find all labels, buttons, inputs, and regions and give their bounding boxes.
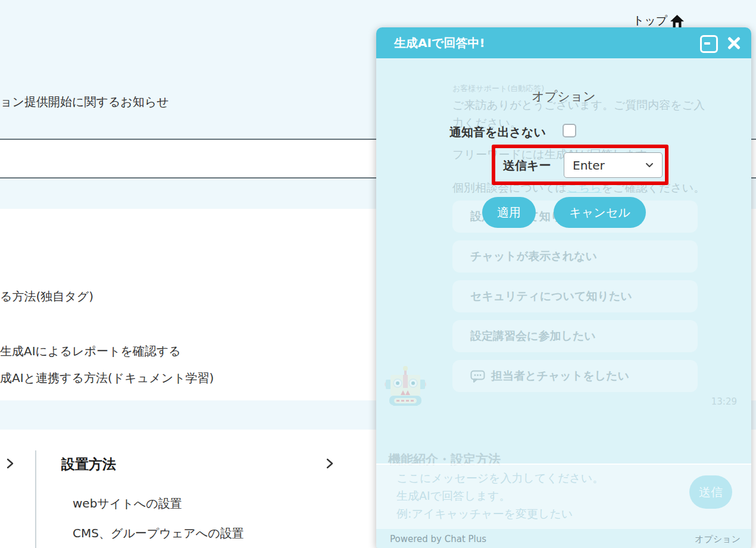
minimize-icon[interactable]: [700, 35, 718, 53]
input-placeholder-line: 生成AIで回答します。: [396, 487, 604, 505]
send-key-select[interactable]: Enter: [564, 152, 663, 178]
cancel-button[interactable]: キャンセル: [554, 197, 646, 228]
chat-header-title: 生成AIで回答中!: [394, 27, 485, 58]
quick-reply-label: 設定講習会に参加したい: [470, 328, 596, 344]
consult-link[interactable]: こちら: [567, 181, 601, 194]
screen: ョン提供開始に関するお知らせ る方法(独自タグ) 生成AIによるレポートを確認す…: [0, 0, 756, 548]
send-button[interactable]: 送信: [689, 475, 732, 509]
chat-body: お客様サポート(自動応答) ご来訪ありがとうございます。ご質問内容をご入力くださ…: [376, 58, 751, 548]
top-nav-link[interactable]: トップ: [633, 13, 685, 29]
consult-text: をご確認ください。: [602, 181, 705, 194]
top-nav-label: トップ: [633, 13, 667, 29]
input-placeholder-line: ここにメッセージを入力してください。: [396, 469, 604, 487]
powered-by-label[interactable]: Powered by Chat Plus: [390, 534, 486, 544]
mute-sound-checkbox[interactable]: [563, 124, 576, 137]
chat-widget-window: 生成AIで回答中! お客様サポート(自動応答) ご来訪ありがとうございます。ご質…: [376, 27, 751, 548]
quick-reply-agent-chat[interactable]: 担当者とチャットをしたい: [452, 360, 698, 392]
message-timestamp: 13:29: [711, 396, 737, 407]
section-item-cms[interactable]: CMS、グループウェアへの設置: [73, 525, 244, 541]
message-sender-label: お客様サポート(自動応答): [452, 83, 544, 94]
apply-button[interactable]: 適用: [482, 197, 536, 228]
chat-header: 生成AIで回答中!: [376, 27, 751, 58]
home-icon: [670, 14, 685, 28]
page-link-original-tag[interactable]: る方法(独自タグ): [0, 289, 93, 305]
chevron-right-icon[interactable]: [6, 458, 14, 471]
consult-text: 個別相談会については: [452, 181, 567, 194]
section-title[interactable]: 設置方法: [61, 455, 116, 474]
quick-reply-label: 担当者とチャットをしたい: [491, 368, 629, 384]
quick-reply-seminar[interactable]: 設定講習会に参加したい: [452, 320, 698, 352]
quick-reply-chat-not-shown[interactable]: チャットが表示されない: [452, 240, 698, 273]
footer-options-link[interactable]: オプション: [695, 534, 741, 545]
send-key-value: Enter: [573, 158, 605, 173]
chevron-down-icon: [645, 162, 654, 168]
message-input-area: ここにメッセージを入力してください。 生成AIで回答します。 例:アイキャッチャ…: [376, 464, 751, 529]
chat-bubble-icon: [470, 370, 485, 383]
close-icon[interactable]: [726, 35, 742, 51]
chevron-right-icon[interactable]: [326, 458, 334, 471]
quick-reply-security[interactable]: セキュリティについて知りたい: [452, 280, 698, 312]
quick-reply-label: チャットが表示されない: [470, 249, 597, 264]
page-link-ai-report[interactable]: 生成AIによるレポートを確認する: [0, 343, 181, 359]
greeting-message: ご来訪ありがとうございます。ご質問内容をご入力ください。: [452, 96, 706, 131]
quick-reply-label: セキュリティについて知りたい: [470, 289, 632, 304]
input-placeholder-line: 例:アイキャッチャーを変更したい: [396, 505, 604, 522]
consult-message: 個別相談会についてはこちらをご確認ください。: [452, 179, 714, 196]
message-input[interactable]: ここにメッセージを入力してください。 生成AIで回答します。 例:アイキャッチャ…: [396, 469, 604, 522]
announcement-title[interactable]: ョン提供開始に関するお知らせ: [0, 94, 169, 110]
section-item-web[interactable]: webサイトへの設置: [73, 496, 182, 512]
section-divider-vertical: [35, 450, 36, 548]
page-link-ai-document[interactable]: 成AIと連携する方法(ドキュメント学習): [0, 370, 214, 386]
robot-avatar: [385, 364, 426, 408]
